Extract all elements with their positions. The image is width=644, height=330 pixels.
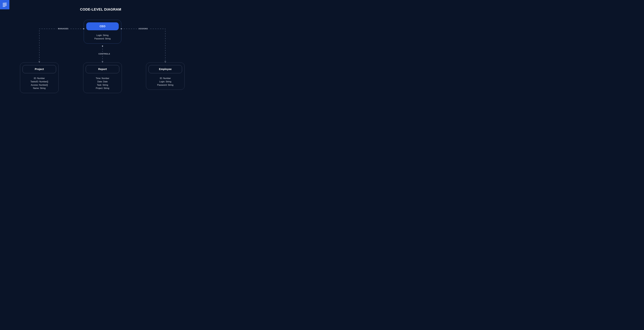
edge-label-controls: CONTROLS bbox=[97, 53, 112, 55]
entity-report-header: Report bbox=[86, 65, 119, 73]
entity-project-header: Project bbox=[22, 65, 56, 73]
attr: Password: String bbox=[94, 37, 111, 40]
entity-employee-header: Employee bbox=[148, 65, 182, 73]
attr: Login: String bbox=[157, 80, 174, 83]
attr: Time: Number bbox=[96, 77, 109, 80]
attr: TasksID: Number[] bbox=[30, 80, 48, 83]
attr: Task: String bbox=[96, 83, 109, 87]
entity-report-attrs: Time: Number Date: Date Task: String Pro… bbox=[96, 77, 109, 90]
attr: Date: Date bbox=[96, 80, 109, 83]
attr: ID: Number bbox=[157, 77, 174, 80]
entity-project-attrs: ID: Number TasksID: Number[] Access: Num… bbox=[30, 77, 48, 90]
diagram-canvas: CEO Login: String Password: String Proje… bbox=[0, 0, 201, 103]
edge-label-manages: MANAGES bbox=[56, 28, 70, 30]
entity-report: Report Time: Number Date: Date Task: Str… bbox=[83, 63, 122, 93]
attr: ID: Number bbox=[30, 77, 48, 80]
entity-employee-attrs: ID: Number Login: String Password: Strin… bbox=[157, 77, 174, 87]
svg-point-7 bbox=[102, 45, 103, 47]
attr: Login: String bbox=[94, 34, 111, 37]
entity-ceo-header: CEO bbox=[86, 22, 119, 30]
entity-ceo-attrs: Login: String Password: String bbox=[94, 34, 111, 40]
edge-label-assigns: ASSIGNS bbox=[137, 28, 150, 30]
attr: Name: String bbox=[30, 87, 48, 90]
attr: Access: Number[] bbox=[30, 83, 48, 87]
entity-project: Project ID: Number TasksID: Number[] Acc… bbox=[20, 63, 59, 93]
attr: Password: String bbox=[157, 83, 174, 87]
entity-ceo: CEO Login: String Password: String bbox=[84, 20, 121, 43]
entity-employee: Employee ID: Number Login: String Passwo… bbox=[146, 63, 184, 90]
attr: Project: String bbox=[96, 87, 109, 90]
